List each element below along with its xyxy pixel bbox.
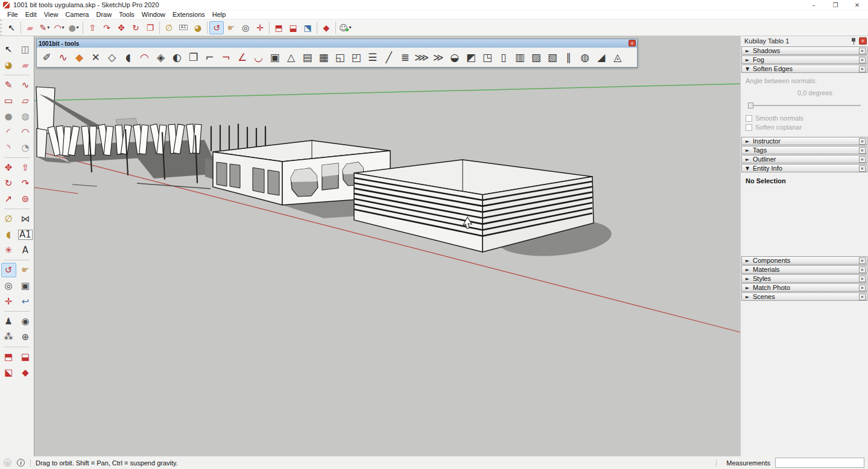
bit-polygon-face[interactable]: ◇ (104, 49, 120, 66)
rotate-tool[interactable]: ↻ (128, 21, 143, 34)
panel-section-materials[interactable]: ►Materials✕ (741, 265, 867, 274)
dropdown-caret-icon[interactable]: ▾ (47, 25, 49, 30)
close-button[interactable]: ✕ (846, 0, 868, 10)
section-close-button[interactable]: ✕ (859, 257, 866, 264)
freehand-tool[interactable]: ∿ (18, 78, 33, 92)
section-close-button[interactable]: ✕ (859, 138, 866, 145)
line-tool[interactable]: ✎▾ (37, 21, 52, 34)
panel-section-outliner[interactable]: ►Outliner✕ (741, 155, 867, 163)
bit-stairs-steps[interactable]: ⋙ (413, 49, 430, 66)
orbit-tool[interactable]: ↺ (1, 263, 16, 277)
bit-hatch-box[interactable]: ▨ (528, 49, 544, 66)
tray-titlebar[interactable]: Kubilay Tablo 1 x (741, 36, 868, 46)
select-tool[interactable]: ↖ (1, 42, 16, 57)
dropdown-caret-icon[interactable]: ▾ (62, 25, 65, 30)
bit-frame-opening[interactable]: ◳ (479, 49, 495, 66)
bit-points-on-curve[interactable]: ∿ (55, 49, 71, 66)
arc-tool[interactable]: ◜ (1, 125, 16, 139)
zoom-tool[interactable]: ◎ (238, 21, 253, 34)
model-viewport[interactable]: 1001bit - tools x ✐∿◆✕◇◖◠◈◐❐⌐¬∠◡▣△▤▦◱◰☰╱… (34, 36, 740, 456)
panel-section-fog[interactable]: ►Fog✕ (741, 55, 867, 64)
three-d-text-tool[interactable]: A (18, 243, 33, 257)
offset-tool[interactable]: ⊚ (18, 192, 33, 206)
bit-grille-panel[interactable]: ▥ (512, 49, 528, 66)
move-tool[interactable]: ✥ (1, 160, 16, 175)
menu-edit[interactable]: Edit (22, 11, 40, 18)
push-pull-tool[interactable]: ⇧ (85, 21, 100, 34)
zoom-extents-tool[interactable]: ✛ (253, 21, 267, 34)
rotated-rectangle-tool[interactable]: ▱ (18, 93, 33, 108)
make-component-tool[interactable]: ◫ (18, 42, 33, 57)
panel-section-components[interactable]: ►Components✕ (741, 256, 867, 265)
bit-intersect-edges[interactable]: ✕ (87, 49, 104, 66)
paint-bucket-tool[interactable]: ◕ (191, 21, 205, 34)
zoom-tool[interactable]: ◎ (1, 279, 16, 293)
bit-stairs-grab[interactable]: ▦ (315, 49, 332, 66)
three-point-arc-tool[interactable]: ◝ (1, 140, 16, 155)
section-close-button[interactable]: ✕ (859, 147, 866, 154)
panel-section-match-photo[interactable]: ►Match Photo✕ (741, 283, 867, 292)
bit-fillet-edge[interactable]: ◠ (136, 49, 153, 66)
menu-window[interactable]: Window (138, 11, 169, 18)
section-plane-tool[interactable]: ⬒ (271, 21, 286, 34)
bit-stairs-small[interactable]: ▤ (299, 49, 315, 66)
rectangle-tool[interactable]: ▭ (1, 93, 16, 108)
bit-corner-join[interactable]: ⌐ (201, 49, 218, 66)
zoom-previous-tool[interactable]: ↩ (18, 294, 33, 309)
section-plane-tool[interactable]: ⬒ (1, 350, 16, 364)
bit-door-panel[interactable]: ▯ (495, 49, 512, 66)
line-tool[interactable]: ✎ (1, 78, 16, 92)
follow-me-tool[interactable]: ↷ (100, 21, 114, 34)
pan-tool[interactable]: ☛ (224, 21, 238, 34)
dimension-tool[interactable]: ⋈ (18, 212, 33, 226)
bit-select-face[interactable]: ◖ (120, 49, 136, 66)
shapes-tool[interactable]: ●▾ (66, 21, 81, 34)
zoom-extents-tool[interactable]: ✛ (1, 294, 16, 309)
scale-tool[interactable]: ❐ (143, 21, 157, 34)
menu-tools[interactable]: Tools (115, 11, 138, 18)
two-point-arc-tool[interactable]: ◠ (18, 125, 33, 139)
section-close-button[interactable]: ✕ (859, 266, 866, 273)
menu-help[interactable]: Help (209, 11, 230, 18)
circle-tool[interactable]: ● (1, 109, 16, 124)
arc-tool[interactable]: ◠▾ (52, 21, 66, 34)
text-tool[interactable]: A1 (176, 21, 191, 34)
soften-angle-slider[interactable] (748, 102, 861, 109)
dropdown-caret-icon[interactable]: ▾ (349, 25, 352, 30)
section-cut-toggle[interactable]: ⬔ (300, 21, 315, 34)
plugin-toolbar-close-button[interactable]: x (629, 40, 636, 46)
text-tool[interactable]: A1 (18, 227, 33, 242)
bit-louver-shelf[interactable]: ☰ (364, 49, 381, 66)
menu-file[interactable]: File (4, 11, 22, 18)
pie-tool[interactable]: ◔ (18, 140, 33, 155)
protractor-tool[interactable]: ◖ (1, 227, 16, 242)
bit-wall-studs[interactable]: ∥ (560, 49, 577, 66)
bit-draw-face[interactable]: ✐ (39, 49, 55, 66)
tape-measure-tool[interactable]: ∅ (162, 21, 176, 34)
polygon-tool[interactable]: ◍ (18, 109, 33, 124)
bit-dome-roof[interactable]: ◍ (577, 49, 593, 66)
zoom-window-tool[interactable]: ▣ (18, 279, 33, 293)
slider-track[interactable] (748, 105, 861, 106)
extension-warehouse-button[interactable]: ◆ (319, 21, 334, 34)
help-icon[interactable]: i (17, 459, 25, 467)
menu-extensions[interactable]: Extensions (169, 11, 209, 18)
section-close-button[interactable]: ✕ (859, 165, 866, 172)
minimize-button[interactable]: – (803, 0, 825, 10)
geolocation-icon[interactable]: ◍ (4, 459, 11, 467)
look-around-tool[interactable]: ◉ (18, 314, 33, 329)
bit-ramp-tool[interactable]: ╱ (381, 49, 397, 66)
bit-roof-frame[interactable]: ◬ (609, 49, 626, 66)
soften-coplanar-checkbox[interactable] (746, 124, 752, 131)
menu-draw[interactable]: Draw (92, 11, 115, 18)
axes-tool[interactable]: ✳ (1, 243, 16, 257)
section-close-button[interactable]: ✕ (859, 275, 866, 282)
section-close-button[interactable]: ✕ (859, 156, 866, 163)
measurements-input[interactable] (775, 458, 864, 468)
paint-bucket-tool[interactable]: ◕ (1, 58, 16, 72)
slider-handle[interactable] (748, 102, 753, 109)
bit-fan-louver[interactable]: ◢ (593, 49, 609, 66)
bit-louver-stack[interactable]: ▧ (544, 49, 560, 66)
scale-tool[interactable]: ↗ (1, 192, 16, 206)
bit-extrude-box[interactable]: ❐ (185, 49, 201, 66)
